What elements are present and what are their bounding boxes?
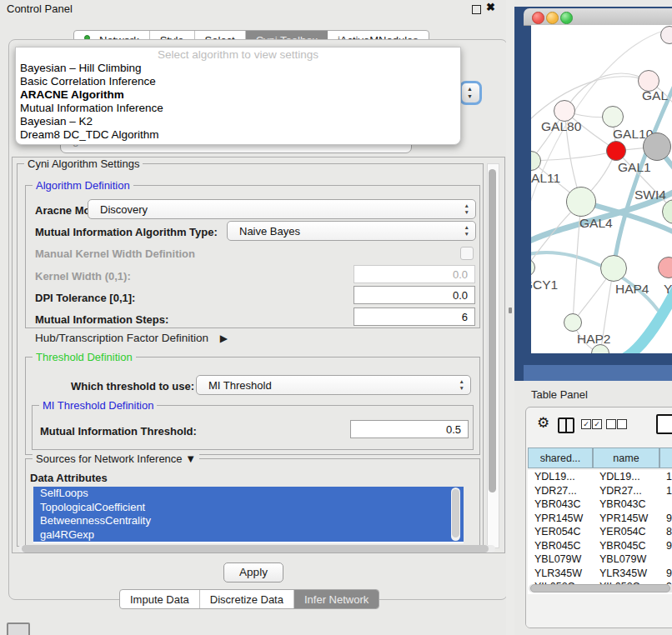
attribute-item-selected[interactable]: TopologicalCoefficient [33, 501, 464, 515]
table-cell[interactable] [666, 552, 672, 567]
table-cell[interactable]: YER054C [599, 525, 659, 539]
attribute-item-selected[interactable]: gal4RGexp [33, 528, 464, 542]
column-header[interactable]: name [593, 448, 659, 468]
expand-arrow-icon[interactable]: ▶ [220, 332, 228, 344]
table-cell[interactable]: YBR045C [599, 539, 659, 553]
dpi-tolerance-input[interactable] [354, 286, 475, 304]
checked-checkbox-icon[interactable]: ✓ [592, 419, 602, 429]
table-row[interactable]: YBR043CYBR043C [528, 498, 672, 512]
hub-definition-expander[interactable]: Hub/Transcription Factor Definition ▶ [35, 332, 228, 344]
dropdown-item[interactable]: Dream8 DC_TDC Algorithm [16, 128, 460, 142]
checked-checkbox-icon[interactable]: ✓ [581, 419, 591, 429]
attribute-item-selected[interactable]: SelfLoops [33, 487, 464, 501]
table-cell[interactable]: YBR045C [534, 539, 593, 553]
table-row[interactable]: YDR27...YDR27...12 [528, 484, 672, 498]
network-window-titlebar[interactable] [524, 8, 672, 26]
column-header[interactable] [659, 448, 672, 468]
manual-kernel-checkbox[interactable] [460, 247, 474, 260]
table-row[interactable]: YDL19...YDL19...13 [528, 470, 672, 484]
table-row[interactable]: YBL079WYBL079W [528, 552, 672, 567]
mi-threshold-input[interactable] [350, 420, 469, 438]
settings-horizontal-scrollbar[interactable] [18, 545, 495, 552]
tab-label: Impute Data [130, 593, 189, 606]
attribute-item-selected[interactable]: BetweennessCentrality [33, 514, 464, 528]
network-edge [614, 82, 672, 268]
network-node-hap2[interactable] [564, 313, 582, 332]
collapse-arrow-icon[interactable]: ▼ [185, 452, 196, 465]
algorithm-dropdown-list: Bayesian – Hill ClimbingBasic Correlatio… [16, 62, 460, 142]
network-edge [564, 73, 649, 111]
attributes-scrollbar[interactable] [451, 488, 460, 541]
table-cell[interactable]: 13 [666, 470, 672, 484]
table-cell[interactable]: 8. [666, 525, 672, 539]
column-header[interactable]: shared... [528, 448, 593, 468]
table-row[interactable]: YLR345WYLR345W9. [528, 567, 672, 581]
gear-icon[interactable]: ⚙ [537, 414, 549, 432]
manual-kernel-label: Manual Kernel Width Definition [35, 248, 195, 260]
dropdown-item[interactable]: Bayesian – Hill Climbing [16, 62, 460, 75]
table-cell[interactable]: YER054C [534, 525, 593, 539]
table-cell[interactable]: YBL079W [599, 552, 659, 567]
unchecked-checkbox-icon[interactable] [606, 419, 616, 429]
zoom-window-icon[interactable] [560, 12, 573, 24]
close-window-icon[interactable] [532, 12, 544, 24]
table-cell[interactable]: 12 [666, 484, 672, 498]
table-cell[interactable]: 9. [666, 539, 672, 553]
table-cell[interactable]: YDL19... [599, 470, 659, 484]
network-node-gal1[interactable] [606, 141, 626, 161]
minimize-window-icon[interactable] [546, 12, 559, 24]
panel-splitter[interactable] [506, 0, 514, 635]
apply-button[interactable]: Apply [223, 562, 283, 582]
node-label: Y [664, 282, 672, 297]
table-cell[interactable] [666, 498, 672, 512]
collapsed-panel-icon[interactable] [7, 622, 30, 635]
network-node-gal4[interactable] [566, 187, 596, 217]
tab-impute-data[interactable]: Impute Data [120, 590, 200, 608]
mi-steps-input[interactable] [354, 308, 475, 326]
unchecked-checkbox-icon[interactable] [617, 419, 627, 429]
columns-icon[interactable] [558, 418, 574, 433]
dropdown-item[interactable]: Bayesian – K2 [16, 115, 460, 128]
network-node[interactable] [643, 132, 671, 161]
control-panel-title: Control Panel [7, 2, 73, 15]
table-cell[interactable]: YDR27... [534, 484, 593, 498]
mi-steps-label: Mutual Information Steps: [35, 313, 168, 326]
aracne-mode-combobox[interactable]: Discovery ▲▼ [88, 199, 476, 219]
node-label: GAL4 [579, 216, 613, 231]
table-cell[interactable]: YPR145W [534, 512, 593, 526]
table-cell[interactable]: YLR345W [534, 567, 593, 581]
combo-stepper-icon: ▲▼ [464, 202, 469, 216]
kernel-width-input[interactable] [354, 265, 475, 283]
network-node-gal10[interactable] [602, 106, 624, 128]
table-cell[interactable]: 9. [666, 512, 672, 526]
table-cell[interactable]: YPR145W [599, 512, 659, 526]
table-row[interactable]: YPR145WYPR145W9. [528, 512, 672, 526]
table-cell[interactable]: YBR043C [534, 498, 593, 512]
data-attributes-label: Data Attributes [30, 472, 108, 484]
dropdown-item[interactable]: Basic Correlation Inference [16, 75, 460, 88]
network-node-hap4[interactable] [600, 255, 627, 282]
table-cell[interactable]: YBL079W [534, 552, 593, 567]
tab-discretize-data[interactable]: Discretize Data [200, 590, 294, 608]
dropdown-item[interactable]: ARACNE Algorithm [16, 88, 460, 102]
dropdown-item[interactable]: Mutual Information Inference [16, 102, 460, 115]
close-panel-icon[interactable]: ✖ [486, 1, 495, 13]
settings-vertical-scrollbar[interactable] [487, 163, 499, 548]
table-cell[interactable]: YLR345W [599, 567, 659, 581]
table-cell[interactable]: YBR043C [599, 498, 659, 512]
table-panel: Table Panel ⚙ ✓ ✓ shared...nameYDL19...Y… [514, 381, 672, 635]
float-panel-icon[interactable] [472, 5, 481, 14]
table-panel-title: Table Panel [531, 388, 588, 401]
network-canvas[interactable]: GALGAL80GAL10GAL1GAL11GAL4SWI4GCY1HAP4YH… [531, 25, 672, 353]
table-horizontal-scrollbar[interactable] [529, 584, 672, 592]
table-cell[interactable]: YDL19... [534, 470, 593, 484]
document-icon[interactable] [656, 414, 672, 434]
mi-type-combobox[interactable]: Naive Bayes ▲▼ [227, 221, 476, 241]
algorithm-combobox-stepper[interactable]: ▲ ▼ [459, 81, 482, 105]
table-cell[interactable]: YDR27... [599, 484, 659, 498]
tab-infer-network[interactable]: Infer Network [294, 590, 379, 608]
table-cell[interactable]: 9. [666, 567, 672, 581]
table-row[interactable]: YBR045CYBR045C9. [528, 539, 672, 553]
which-threshold-combobox[interactable]: MI Threshold ▲▼ [196, 375, 471, 395]
table-row[interactable]: YER054CYER054C8. [528, 525, 672, 539]
